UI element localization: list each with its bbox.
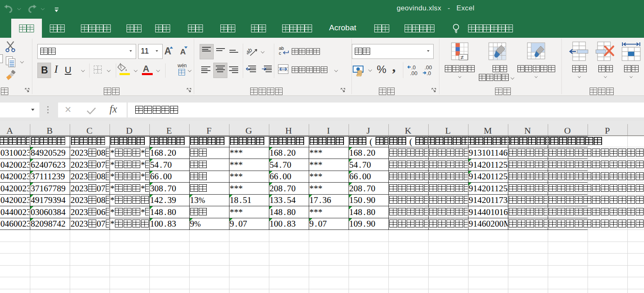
svg-text:.00: .00 — [424, 65, 432, 71]
svg-text:.0: .0 — [427, 70, 431, 76]
svg-text:.0: .0 — [411, 65, 416, 71]
svg-text:≠: ≠ — [461, 54, 464, 61]
svg-text:ab: ab — [247, 46, 254, 56]
svg-text:.00: .00 — [410, 70, 417, 76]
